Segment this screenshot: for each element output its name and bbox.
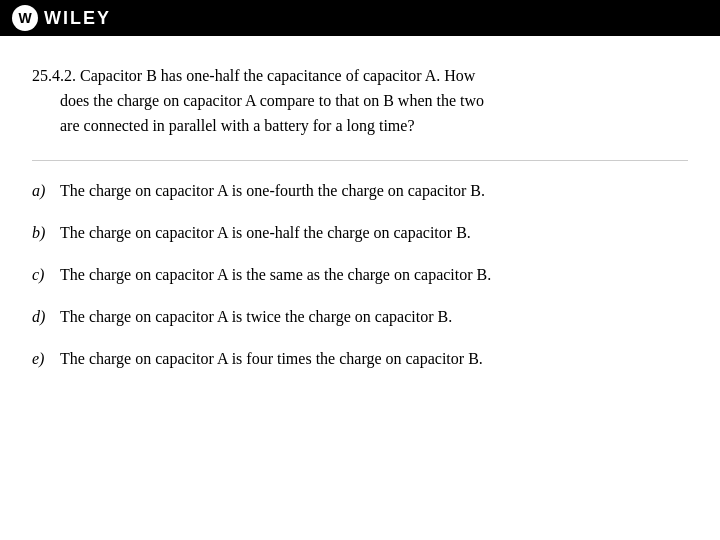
divider — [32, 160, 688, 161]
answer-item-d: d) The charge on capacitor A is twice th… — [32, 305, 688, 329]
question-continuation: does the charge on capacitor A compare t… — [32, 89, 688, 114]
answer-text-b: The charge on capacitor A is one-half th… — [60, 221, 688, 245]
answer-label-c: c) — [32, 263, 60, 287]
question-main-text: Capacitor B has one-half the capacitance… — [80, 67, 475, 84]
header-bar: W WILEY — [0, 0, 720, 36]
answer-item-b: b) The charge on capacitor A is one-half… — [32, 221, 688, 245]
answer-item-c: c) The charge on capacitor A is the same… — [32, 263, 688, 287]
answer-label-d: d) — [32, 305, 60, 329]
answer-item-a: a) The charge on capacitor A is one-four… — [32, 179, 688, 203]
question-block: 25.4.2. Capacitor B has one-half the cap… — [32, 64, 688, 138]
answer-text-c: The charge on capacitor A is the same as… — [60, 263, 688, 287]
answer-text-d: The charge on capacitor A is twice the c… — [60, 305, 688, 329]
main-content: 25.4.2. Capacitor B has one-half the cap… — [0, 36, 720, 409]
answer-text-e: The charge on capacitor A is four times … — [60, 347, 688, 371]
question-number: 25.4.2. — [32, 67, 76, 84]
wiley-logo-icon: W — [12, 5, 38, 31]
answer-label-b: b) — [32, 221, 60, 245]
question-continuation-2: are connected in parallel with a battery… — [32, 114, 688, 139]
answer-text-a: The charge on capacitor A is one-fourth … — [60, 179, 688, 203]
answer-label-a: a) — [32, 179, 60, 203]
wiley-label: WILEY — [44, 8, 111, 29]
answer-label-e: e) — [32, 347, 60, 371]
answer-item-e: e) The charge on capacitor A is four tim… — [32, 347, 688, 371]
question-text: 25.4.2. Capacitor B has one-half the cap… — [32, 64, 688, 138]
svg-text:W: W — [18, 10, 32, 26]
wiley-logo: W WILEY — [12, 5, 111, 31]
answer-list: a) The charge on capacitor A is one-four… — [32, 179, 688, 371]
